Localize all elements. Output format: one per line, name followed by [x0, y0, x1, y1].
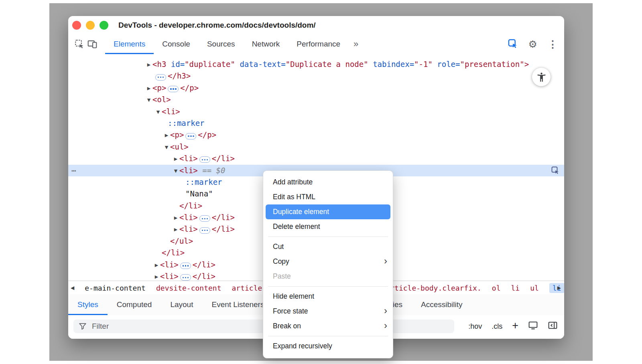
menu-item-duplicate-element[interactable]: Duplicate element [266, 204, 390, 219]
zoom-window-button[interactable] [100, 21, 108, 30]
toggle-hover-state-button[interactable]: :hov [468, 322, 482, 331]
tab-console[interactable]: Console [154, 34, 199, 54]
menu-item-hide-element[interactable]: Hide element [263, 289, 393, 304]
menu-item-add-attribute[interactable]: Add attribute [263, 175, 393, 190]
menu-item-force-state[interactable]: Force state› [263, 304, 393, 319]
code-token-plain: "Nana" [185, 189, 213, 198]
title-bar: DevTools - developer.chrome.com/docs/dev… [68, 16, 564, 34]
disclosure-right-icon[interactable]: ▶ [172, 224, 179, 235]
code-token-tag: </ul> [170, 237, 193, 245]
dom-tree-row[interactable]: ▶<p></p> [68, 82, 564, 94]
menu-item-label: Duplicate element [273, 208, 329, 216]
dom-tree-row[interactable]: ▶<h3 id="duplicate" data-text="Duplicate… [68, 59, 564, 70]
menu-item-paste[interactable]: Paste [263, 269, 393, 284]
toggle-sidebar-icon[interactable] [548, 320, 558, 332]
disclosure-right-icon[interactable]: ▶ [172, 212, 179, 224]
disclosure-right-icon[interactable]: ▶ [145, 83, 152, 94]
window-title: DevTools - developer.chrome.com/docs/dev… [118, 21, 316, 30]
inline-expand-icon[interactable] [199, 215, 210, 222]
more-panels-icon[interactable]: » [349, 39, 363, 49]
code-token-tag: <li> [179, 154, 198, 163]
device-toolbar-icon[interactable] [86, 37, 99, 51]
toolbar-right-group: ⚙ ⋮ [507, 34, 558, 54]
code-token-tag: </li> [193, 260, 215, 269]
inline-expand-icon[interactable] [168, 86, 179, 92]
code-token-tag: </li> [212, 224, 235, 233]
settings-gear-icon[interactable]: ⚙ [528, 39, 537, 49]
new-style-rule-button[interactable]: + [512, 320, 518, 332]
breadcrumb-item-e-main-content[interactable]: e-main-content [85, 284, 146, 292]
menu-item-label: Hide element [273, 292, 314, 301]
code-token-dollar: $0 [216, 166, 226, 175]
breadcrumb-item-article-body-clearfix[interactable]: article-body.clearfix. [386, 284, 481, 292]
dom-tree-row[interactable]: ::marker [68, 117, 564, 129]
tab-sources[interactable]: Sources [199, 34, 244, 54]
context-menu: Add attributeEdit as HTMLDuplicate eleme… [263, 170, 393, 358]
dom-tree-row[interactable]: </h3> [68, 70, 564, 82]
breadcrumb-item-ol[interactable]: ol [492, 284, 501, 292]
dom-tree-row[interactable]: ▶<li></li> [68, 153, 564, 164]
menu-item-label: Add attribute [273, 178, 313, 186]
dom-tree-row[interactable]: ▼<ol> [68, 94, 564, 105]
inspect-element-icon[interactable] [73, 37, 86, 51]
disclosure-down-icon[interactable]: ▼ [163, 142, 170, 153]
inline-expand-icon[interactable] [199, 156, 210, 163]
disclosure-right-icon[interactable]: ▶ [172, 153, 179, 165]
tab-elements[interactable]: Elements [105, 34, 154, 54]
menu-item-cut[interactable]: Cut [263, 239, 393, 254]
menu-item-delete-element[interactable]: Delete element [263, 219, 393, 234]
code-token-val: "Duplicate a node" [286, 60, 368, 69]
styles-tab-accessibility[interactable]: Accessibility [412, 294, 471, 315]
breadcrumb-item-ul[interactable]: ul [530, 284, 539, 292]
disclosure-down-icon[interactable]: ▼ [154, 106, 162, 118]
monitor-icon[interactable] [528, 320, 538, 332]
code-token-attr: data-text= [235, 60, 286, 69]
kebab-menu-icon[interactable]: ⋮ [548, 39, 558, 49]
disclosure-right-icon[interactable]: ▶ [153, 271, 160, 281]
box-cursor-blue-icon[interactable] [507, 38, 518, 51]
menu-item-copy[interactable]: Copy› [263, 254, 393, 269]
inline-expand-icon[interactable] [155, 74, 166, 81]
close-window-button[interactable] [72, 21, 81, 30]
menu-item-break-on[interactable]: Break on› [263, 319, 393, 334]
menu-divider [268, 286, 388, 287]
code-token-tag: <li> [179, 213, 198, 222]
accessibility-floating-button[interactable] [532, 68, 551, 86]
tab-performance[interactable]: Performance [288, 34, 349, 54]
breadcrumb-item-devsite-content[interactable]: devsite-content [156, 284, 221, 292]
menu-item-collapse-children[interactable]: Collapse children [263, 354, 393, 358]
breadcrumb-item-li[interactable]: li [549, 283, 564, 293]
styles-tab-computed[interactable]: Computed [108, 294, 161, 315]
styles-tab-layout[interactable]: Layout [161, 294, 202, 315]
dom-tree-row[interactable]: ▼<li> [68, 106, 564, 117]
disclosure-right-icon[interactable]: ▶ [163, 129, 170, 141]
inline-expand-icon[interactable] [180, 263, 191, 269]
code-token-attr: role= [433, 60, 460, 69]
dom-tree-row[interactable]: ▼<ul> [68, 141, 564, 153]
code-token-tag: <h3 [152, 60, 166, 69]
breadcrumb-item-article[interactable]: article [232, 284, 262, 292]
code-token-tag: </li> [162, 248, 185, 257]
dom-tree-row[interactable]: ▶<p></p> [68, 129, 564, 141]
disclosure-down-icon[interactable]: ▼ [145, 94, 152, 106]
code-token-tag: <li> [160, 272, 179, 281]
styles-tab-styles[interactable]: Styles [68, 294, 108, 315]
disclosure-right-icon[interactable]: ▶ [153, 259, 160, 271]
menu-item-edit-as-html[interactable]: Edit as HTML [263, 190, 393, 204]
breadcrumb-item-li[interactable]: li [511, 284, 520, 292]
disclosure-right-icon[interactable]: ▶ [145, 59, 152, 71]
code-token-tag: </li> [212, 213, 235, 222]
minimize-window-button[interactable] [86, 21, 95, 30]
inline-expand-icon[interactable] [199, 227, 210, 234]
crumb-scroll-right-icon[interactable]: ▶ [557, 285, 561, 291]
menu-item-expand-recursively[interactable]: Expand recursively [263, 339, 393, 354]
toggle-class-button[interactable]: .cls [492, 322, 502, 331]
disclosure-down-icon[interactable]: ▼ [172, 165, 179, 177]
inline-expand-icon[interactable] [180, 274, 191, 281]
filter-funnel-icon [78, 322, 87, 331]
row-overflow-dots-icon[interactable]: ⋯ [71, 165, 76, 176]
crumb-scroll-left-icon[interactable]: ◀ [71, 285, 74, 291]
inline-expand-icon[interactable] [185, 133, 196, 140]
tab-network[interactable]: Network [244, 34, 288, 54]
code-token-tag: > [524, 60, 529, 69]
